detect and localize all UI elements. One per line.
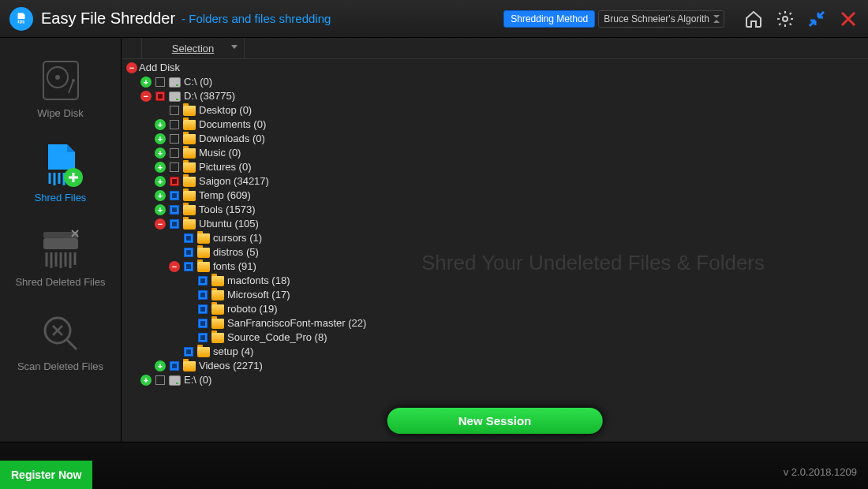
checkbox[interactable] bbox=[184, 262, 193, 271]
checkbox[interactable] bbox=[170, 191, 179, 200]
folder-icon bbox=[183, 134, 196, 144]
tree-label: distros (5) bbox=[213, 245, 259, 259]
expand-icon[interactable] bbox=[140, 77, 152, 88]
tree-row[interactable]: Documents (0) bbox=[126, 118, 868, 132]
tree-row[interactable]: Temp (609) bbox=[126, 189, 868, 203]
folder-icon bbox=[197, 248, 210, 258]
app-footer: Register Now v 2.0.2018.1209 bbox=[0, 442, 868, 489]
checkbox[interactable] bbox=[170, 120, 179, 129]
svg-point-3 bbox=[55, 75, 60, 80]
checkbox[interactable] bbox=[184, 233, 193, 243]
spacer bbox=[169, 233, 180, 244]
tree-row[interactable]: setup (4) bbox=[126, 345, 868, 359]
drive-icon bbox=[169, 77, 181, 88]
collapse-icon[interactable] bbox=[169, 261, 180, 272]
app-header: Easy File Shredder - Folders and files s… bbox=[0, 0, 868, 38]
expand-icon[interactable] bbox=[155, 360, 166, 371]
new-session-button[interactable]: New Session bbox=[387, 408, 603, 434]
checkbox[interactable] bbox=[170, 134, 179, 144]
scan-deleted-icon bbox=[0, 308, 121, 359]
sidebar-item-wipe-disk[interactable]: Wipe Disk bbox=[0, 46, 121, 130]
home-icon[interactable] bbox=[743, 9, 764, 29]
shredding-method-select[interactable]: Bruce Schneier's Algorith bbox=[598, 10, 724, 28]
expand-icon[interactable] bbox=[155, 162, 166, 173]
checkbox[interactable] bbox=[155, 77, 165, 87]
spacer bbox=[183, 304, 194, 315]
app-title: Easy File Shredder bbox=[41, 9, 175, 28]
tree-row[interactable]: Videos (2271) bbox=[126, 359, 868, 373]
tree-row[interactable]: roboto (19) bbox=[126, 302, 868, 316]
expand-icon[interactable] bbox=[155, 204, 166, 215]
folder-icon bbox=[211, 290, 224, 300]
sidebar-item-shred-files[interactable]: Shred Files bbox=[0, 130, 121, 215]
expand-icon[interactable] bbox=[155, 147, 166, 159]
main-panel: Selection Add DiskC:\ (0)D:\ (38775)Desk… bbox=[122, 38, 868, 442]
tree-row[interactable]: C:\ (0) bbox=[126, 75, 868, 89]
tree-row[interactable]: Pictures (0) bbox=[126, 160, 868, 174]
checkbox[interactable] bbox=[170, 219, 179, 229]
expand-icon[interactable] bbox=[155, 119, 166, 130]
tree-row[interactable]: Saigon (34217) bbox=[126, 174, 868, 189]
tree-row[interactable]: Downloads (0) bbox=[126, 132, 868, 146]
tree-label: Tools (1573) bbox=[199, 203, 256, 217]
spacer bbox=[183, 318, 194, 329]
expand-icon[interactable] bbox=[155, 190, 166, 201]
tree-row[interactable]: D:\ (38775) bbox=[126, 89, 868, 103]
expand-icon[interactable] bbox=[140, 375, 152, 386]
tree-row[interactable]: fonts (91) bbox=[126, 259, 868, 274]
tree-row[interactable]: Add Disk bbox=[126, 61, 868, 75]
collapse-icon[interactable] bbox=[140, 91, 152, 102]
selection-column-header[interactable]: Selection bbox=[142, 38, 245, 58]
checkbox[interactable] bbox=[170, 205, 179, 215]
shredding-method-label: Shredding Method bbox=[503, 10, 595, 28]
sidebar: Wipe Disk Shred Files Shred Deleted File… bbox=[0, 38, 122, 442]
checkbox[interactable] bbox=[198, 304, 208, 314]
checkbox[interactable] bbox=[170, 106, 179, 115]
tree-label: Ubuntu (105) bbox=[199, 217, 259, 231]
tree-row[interactable]: E:\ (0) bbox=[126, 373, 868, 387]
folder-icon bbox=[211, 276, 224, 286]
folder-icon bbox=[183, 106, 196, 116]
expand-icon[interactable] bbox=[155, 176, 166, 187]
tree-row[interactable]: Microsoft (17) bbox=[126, 288, 868, 302]
checkbox[interactable] bbox=[184, 248, 193, 257]
checkbox[interactable] bbox=[198, 290, 208, 300]
collapse-icon[interactable] bbox=[126, 62, 137, 73]
checkbox[interactable] bbox=[170, 361, 179, 371]
checkbox[interactable] bbox=[170, 148, 179, 158]
checkbox[interactable] bbox=[155, 375, 165, 385]
tree-label: macfonts (18) bbox=[227, 274, 290, 288]
checkbox[interactable] bbox=[170, 162, 179, 172]
gear-icon[interactable] bbox=[775, 9, 795, 29]
tree-row[interactable]: SanFranciscoFont-master (22) bbox=[126, 316, 868, 330]
checkbox[interactable] bbox=[155, 91, 165, 101]
checkbox[interactable] bbox=[198, 333, 208, 342]
wipe-disk-icon bbox=[0, 55, 121, 106]
checkbox[interactable] bbox=[198, 319, 208, 328]
svg-point-4 bbox=[72, 79, 75, 82]
register-now-button[interactable]: Register Now bbox=[0, 461, 92, 489]
tree-row[interactable]: distros (5) bbox=[126, 245, 868, 259]
close-icon[interactable] bbox=[838, 9, 859, 29]
expand-icon[interactable] bbox=[155, 133, 166, 144]
tree-row[interactable]: macfonts (18) bbox=[126, 274, 868, 288]
tree-row[interactable]: Ubuntu (105) bbox=[126, 217, 868, 231]
checkbox[interactable] bbox=[198, 276, 208, 286]
tree-label: Music (0) bbox=[199, 146, 241, 160]
tree-row[interactable]: Tools (1573) bbox=[126, 203, 868, 217]
tree-row[interactable]: cursors (1) bbox=[126, 231, 868, 245]
file-tree[interactable]: Add DiskC:\ (0)D:\ (38775)Desktop (0)Doc… bbox=[122, 59, 868, 387]
tree-label: E:\ (0) bbox=[184, 373, 211, 387]
tree-row[interactable]: Source_Code_Pro (8) bbox=[126, 330, 868, 345]
checkbox[interactable] bbox=[184, 347, 193, 356]
collapse-icon[interactable] bbox=[155, 218, 166, 230]
checkbox[interactable] bbox=[170, 177, 179, 186]
shrink-icon[interactable] bbox=[806, 9, 827, 29]
sidebar-item-shred-deleted[interactable]: Shred Deleted Files bbox=[0, 215, 121, 299]
tree-row[interactable]: Desktop (0) bbox=[126, 103, 868, 118]
sidebar-item-scan-deleted[interactable]: Scan Deleted Files bbox=[0, 299, 121, 383]
shred-files-icon bbox=[0, 140, 121, 190]
svg-point-0 bbox=[783, 17, 788, 21]
folder-icon bbox=[183, 191, 196, 201]
tree-row[interactable]: Music (0) bbox=[126, 146, 868, 160]
